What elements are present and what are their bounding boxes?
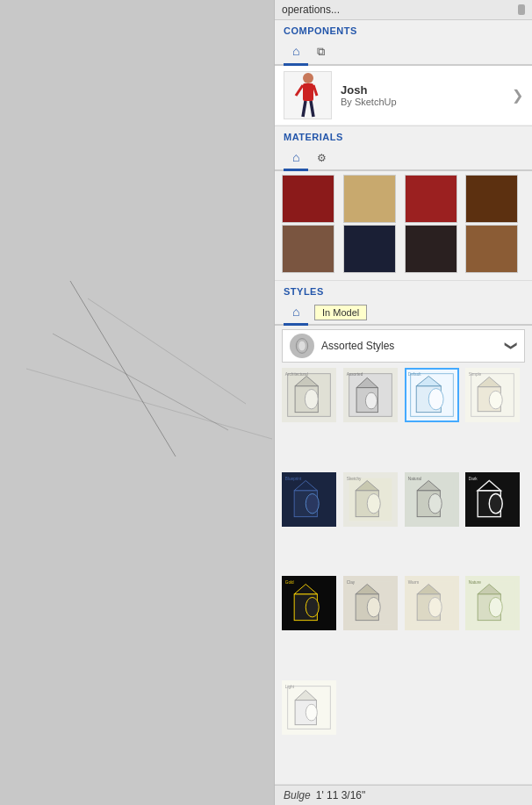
svg-line-3 (26, 369, 272, 439)
dropdown-chevron-down-icon: ❯ (505, 341, 519, 351)
svg-text:Dark: Dark (469, 477, 478, 481)
svg-point-70 (490, 597, 503, 616)
svg-point-11 (298, 341, 306, 351)
styles-dropdown[interactable]: Assorted Styles ❯ (282, 329, 525, 363)
style-thumb-6[interactable]: Sketchy (343, 472, 398, 527)
component-by: By SketchUp (341, 97, 508, 107)
component-chevron-right-icon: ❯ (512, 87, 523, 104)
style-thumb-1[interactable]: Architectural (282, 368, 336, 422)
components-tab-browse[interactable]: ⧉ (308, 40, 334, 66)
svg-point-25 (428, 389, 443, 410)
component-thumb (284, 71, 332, 119)
style-thumb-2[interactable]: Assorted (343, 368, 398, 422)
style-thumb-9[interactable]: Gold (282, 576, 336, 630)
material-swatch-1[interactable] (282, 175, 334, 223)
svg-point-60 (367, 597, 380, 616)
components-tab-bar: ⌂ ⧉ (275, 40, 532, 66)
materials-home-icon: ⌂ (292, 150, 299, 164)
style-thumb-11[interactable]: Warm (405, 576, 459, 630)
svg-line-0 (70, 281, 176, 456)
component-item-josh[interactable]: Josh By SketchUp ❯ (275, 66, 532, 126)
styles-dropdown-icon (290, 334, 314, 358)
svg-text:Nature: Nature (469, 580, 481, 585)
svg-point-30 (490, 391, 503, 409)
materials-section: MATERIALS ⌂ ⚙ (275, 126, 532, 281)
browse-icon: ⧉ (317, 45, 325, 58)
svg-text:Clay: Clay (347, 580, 356, 585)
svg-text:Natural: Natural (407, 477, 421, 481)
materials-tab-search[interactable]: ⚙ (308, 146, 335, 171)
components-title: COMPONENTS (275, 20, 532, 40)
style-thumb-4[interactable]: Simple (465, 368, 520, 422)
materials-grid (275, 171, 532, 280)
material-swatch-8[interactable] (465, 225, 518, 273)
bulge-value: 1' 11 3/16" (316, 789, 366, 801)
panel-header: operations... (275, 0, 532, 20)
style-thumb-5[interactable]: Blueprint (282, 472, 336, 527)
svg-line-9 (311, 101, 313, 117)
styles-dropdown-label: Assorted Styles (321, 340, 507, 352)
3d-viewport[interactable] (0, 0, 274, 805)
svg-text:Architectural: Architectural (285, 372, 308, 377)
component-name: Josh (341, 83, 508, 97)
scrollbar-indicator (518, 4, 525, 15)
svg-point-20 (365, 392, 377, 409)
bottom-bar: Bulge 1' 11 3/16" (275, 785, 532, 805)
home-icon: ⌂ (292, 44, 299, 58)
svg-text:Assorted: Assorted (347, 372, 363, 377)
components-section: COMPONENTS ⌂ ⧉ Josh (275, 20, 532, 126)
svg-text:Default: Default (407, 372, 421, 377)
materials-title: MATERIALS (275, 126, 532, 146)
svg-line-1 (53, 334, 228, 430)
style-thumb-10[interactable]: Clay (343, 576, 398, 630)
styles-tab-home[interactable]: ⌂ (284, 300, 308, 326)
svg-point-40 (367, 493, 380, 513)
styles-title: STYLES (275, 281, 532, 300)
component-info: Josh By SketchUp (341, 83, 508, 107)
material-swatch-3[interactable] (405, 175, 457, 223)
material-swatch-5[interactable] (282, 225, 334, 273)
svg-point-35 (306, 493, 319, 513)
bulge-label: Bulge (284, 789, 311, 801)
right-panel: operations... COMPONENTS ⌂ ⧉ (274, 0, 532, 805)
svg-point-15 (305, 389, 318, 408)
material-swatch-6[interactable] (343, 225, 396, 273)
svg-line-8 (303, 101, 306, 117)
style-thumb-3[interactable]: Default (405, 368, 459, 422)
styles-grid: Architectural Assorted Defau (275, 366, 532, 784)
svg-text:Sketchy: Sketchy (347, 477, 362, 481)
svg-point-75 (306, 704, 317, 721)
svg-line-6 (296, 85, 303, 96)
material-swatch-7[interactable] (405, 225, 457, 273)
svg-point-55 (306, 597, 319, 616)
styles-section: STYLES ⌂ ⚙ In Model Assorted Styles ❯ (275, 281, 532, 785)
svg-point-50 (490, 493, 503, 513)
material-swatch-4[interactable] (465, 175, 518, 223)
svg-line-7 (313, 85, 317, 96)
svg-point-4 (303, 73, 313, 83)
panel-title: operations... (282, 4, 340, 16)
svg-rect-5 (303, 83, 313, 101)
svg-point-65 (428, 597, 442, 616)
style-thumb-8[interactable]: Dark (465, 472, 520, 527)
inmodel-tooltip: In Model (314, 305, 367, 320)
styles-tab-bar: ⌂ ⚙ In Model (275, 300, 532, 326)
materials-tab-bar: ⌂ ⚙ (275, 146, 532, 171)
svg-text:Warm: Warm (407, 580, 418, 585)
svg-text:Light: Light (285, 685, 295, 689)
material-swatch-2[interactable] (343, 175, 396, 223)
components-tab-home[interactable]: ⌂ (284, 40, 308, 66)
svg-text:Gold: Gold (285, 580, 294, 585)
svg-line-2 (88, 298, 246, 404)
materials-tab-home[interactable]: ⌂ (284, 146, 308, 171)
svg-text:Blueprint: Blueprint (285, 477, 302, 481)
svg-point-45 (428, 493, 442, 513)
svg-text:Simple: Simple (469, 372, 482, 377)
style-thumb-12[interactable]: Nature (465, 576, 520, 630)
style-thumb-7[interactable]: Natural (405, 472, 459, 527)
styles-home-icon: ⌂ (292, 305, 299, 319)
style-thumb-13[interactable]: Light (282, 680, 336, 735)
materials-search-icon: ⚙ (317, 152, 327, 164)
